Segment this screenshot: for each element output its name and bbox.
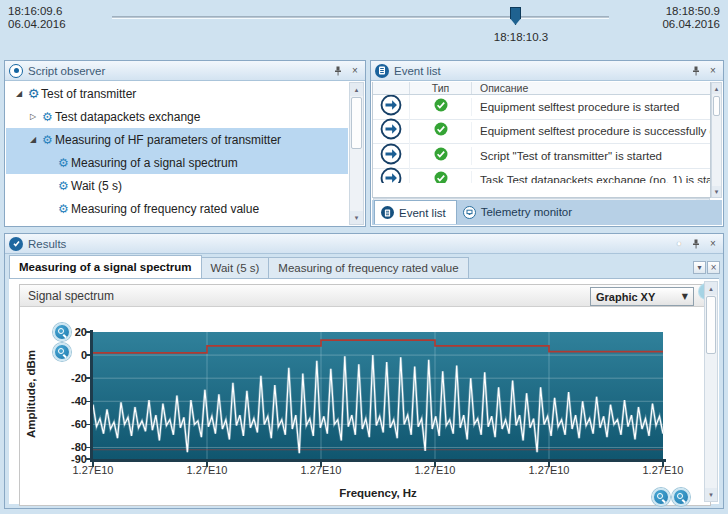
document-list-icon <box>381 206 394 219</box>
event-description: Task Test datapackets exchange (no. 1) i… <box>472 174 710 183</box>
zoom-x-button[interactable] <box>652 488 670 506</box>
tab-label: Measuring of a signal spectrum <box>19 261 192 273</box>
options-dot-icon[interactable]: ● <box>673 238 685 250</box>
magnifier-icon <box>677 493 683 499</box>
event-list-tabstrip: Event list Telemetry monitor <box>372 200 722 225</box>
table-row[interactable]: Equipment selftest procedure is started <box>373 95 710 120</box>
green-check-icon <box>434 147 448 165</box>
results-tabbar: Measuring of a signal spectrum Wait (5 s… <box>6 255 722 279</box>
scroll-down-icon[interactable]: ▾ <box>705 488 717 501</box>
scroll-down-icon[interactable]: ▾ <box>350 211 363 224</box>
scroll-thumb[interactable] <box>713 96 720 116</box>
scroll-up-icon[interactable]: ▴ <box>350 83 363 96</box>
arrow-right-circle-icon[interactable] <box>380 143 402 169</box>
tree-item-test-datapackets-exchange[interactable]: ▷ ⚙ Test datapackets exchange <box>6 105 348 128</box>
magnifier-icon <box>58 328 64 334</box>
end-time: 18:18:50.9 <box>662 5 720 18</box>
expander-collapsed-icon[interactable]: ▷ <box>26 112 40 121</box>
gear-icon: ⚙ <box>56 179 71 193</box>
event-description: Equipment selftest procedure is successf… <box>472 125 710 137</box>
tree-item-label: Measuring of HF parameters of transmitte… <box>55 133 281 147</box>
tab-wait-5s[interactable]: Wait (5 s) <box>202 257 270 279</box>
nav-column-header <box>373 82 410 94</box>
close-icon[interactable]: × <box>707 65 719 77</box>
arrow-right-circle-icon[interactable] <box>380 95 402 120</box>
timeline-start-time: 18:16:09.6 06.04.2016 <box>8 5 66 31</box>
scroll-up-icon[interactable]: ▴ <box>705 282 717 295</box>
tree-item-wait-5s[interactable]: ⚙ Wait (5 s) <box>6 174 348 197</box>
tree-item-measuring-hf-parameters[interactable]: ◢ ⚙ Measuring of HF parameters of transm… <box>6 128 348 151</box>
scroll-thumb[interactable] <box>351 97 362 149</box>
pin-icon[interactable] <box>690 65 702 77</box>
timeline-end-time: 18:18:50.9 06.04.2016 <box>662 5 720 31</box>
start-time: 18:16:09.6 <box>8 5 66 18</box>
zoom-in-button[interactable] <box>53 323 71 341</box>
tab-measuring-signal-spectrum[interactable]: Measuring of a signal spectrum <box>9 255 202 279</box>
tab-telemetry-monitor[interactable]: Telemetry monitor <box>457 200 582 224</box>
magnifier-icon <box>58 348 64 354</box>
event-description: Equipment selftest procedure is started <box>472 101 710 113</box>
arrow-right-circle-icon[interactable] <box>380 118 402 144</box>
check-circle-icon <box>9 237 23 251</box>
tab-close-icon[interactable]: × <box>707 261 720 274</box>
scroll-down-icon[interactable]: ▾ <box>712 186 721 197</box>
panel-title: Event list <box>394 65 685 77</box>
close-icon[interactable]: × <box>349 65 361 77</box>
tab-label: Event list <box>399 207 446 219</box>
document-list-icon <box>375 64 389 78</box>
tree-item-label: Test datapackets exchange <box>55 110 200 124</box>
tab-list-dropdown-icon[interactable]: ▾ <box>693 261 706 274</box>
scroll-thumb[interactable] <box>706 296 716 354</box>
script-observer-panel: Script observer × ◢ ⚙ Test of transmitte… <box>4 60 366 227</box>
timeline-cursor-time: 18:18:10.3 <box>476 31 566 43</box>
results-vertical-scrollbar[interactable]: ▴ ▾ <box>704 281 718 502</box>
green-check-icon <box>434 171 448 183</box>
scroll-up-icon[interactable]: ▴ <box>712 83 721 94</box>
pin-icon[interactable] <box>332 65 344 77</box>
app-window: 18:16:09.6 06.04.2016 18:18:50.9 06.04.2… <box>0 0 728 514</box>
event-description: Script "Test of transmitter" is started <box>472 150 710 162</box>
gear-icon: ⚙ <box>40 110 55 124</box>
spectrum-plot[interactable] <box>93 332 663 459</box>
zoom-out-button[interactable] <box>53 343 71 361</box>
tab-event-list[interactable]: Event list <box>374 200 457 224</box>
expander-expanded-icon[interactable]: ◢ <box>26 135 40 144</box>
event-table-header: Тип Описание <box>373 82 710 95</box>
gear-icon: ⚙ <box>26 86 41 101</box>
pin-icon[interactable] <box>690 238 702 250</box>
end-date: 06.04.2016 <box>662 18 720 31</box>
graph-type-combobox[interactable]: Graphic XY ▼ <box>590 287 694 306</box>
tree-vertical-scrollbar[interactable]: ▴ ▾ <box>349 82 364 225</box>
event-vertical-scrollbar[interactable]: ▴ ▾ <box>711 82 722 198</box>
results-panel: Results ● × Measuring of a signal spectr… <box>4 233 724 509</box>
table-row[interactable]: Equipment selftest procedure is successf… <box>373 120 710 145</box>
tab-label: Measuring of frequency rated value <box>278 262 458 274</box>
expander-expanded-icon[interactable]: ◢ <box>12 89 26 98</box>
tree-item-measuring-signal-spectrum[interactable]: ⚙ Measuring of a signal spectrum <box>6 151 348 174</box>
description-column-header: Описание <box>472 82 528 94</box>
eye-icon <box>9 64 23 78</box>
zoom-y-button[interactable] <box>672 488 690 506</box>
tab-label: Wait (5 s) <box>211 262 260 274</box>
chevron-down-icon: ▼ <box>682 292 688 301</box>
tree-item-label: Measuring of a signal spectrum <box>71 156 238 170</box>
tree-item-test-of-transmitter[interactable]: ◢ ⚙ Test of transmitter <box>6 82 348 105</box>
table-row[interactable]: Script "Test of transmitter" is started <box>373 144 710 169</box>
tab-measuring-frequency-rated-value[interactable]: Measuring of frequency rated value <box>269 257 468 279</box>
timeline-cursor-handle[interactable] <box>510 7 521 25</box>
gear-icon: ⚙ <box>40 133 55 147</box>
results-body: Signal spectrum Graphic XY ▼ Amplitude, … <box>9 278 719 504</box>
event-rows: Equipment selftest procedure is started … <box>373 95 710 183</box>
panel-title: Results <box>28 238 668 250</box>
tree-item-measuring-frequency-rated-value[interactable]: ⚙ Measuring of frequency rated value <box>6 197 348 220</box>
combo-value: Graphic XY <box>596 291 655 303</box>
panel-title: Script observer <box>28 65 327 77</box>
close-icon[interactable]: × <box>707 238 719 250</box>
timeline-track[interactable] <box>112 16 609 19</box>
gear-icon: ⚙ <box>56 202 71 216</box>
table-row[interactable]: Task Test datapackets exchange (no. 1) i… <box>373 169 710 184</box>
start-date: 06.04.2016 <box>8 18 66 31</box>
timeline: 18:16:09.6 06.04.2016 18:18:50.9 06.04.2… <box>0 0 728 54</box>
arrow-right-circle-icon[interactable] <box>380 167 402 183</box>
tree-item-label: Wait (5 s) <box>71 179 122 193</box>
